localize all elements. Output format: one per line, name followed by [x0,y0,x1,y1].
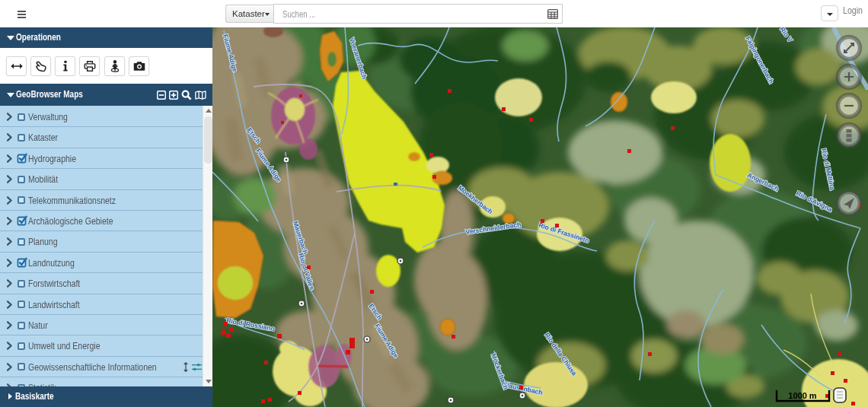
svg-text:1000 m: 1000 m [788,391,817,400]
